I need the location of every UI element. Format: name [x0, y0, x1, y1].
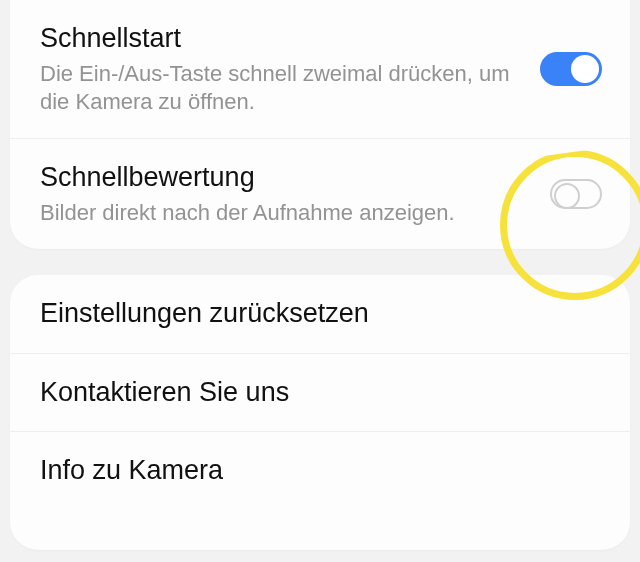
toggle-quick-review[interactable] [550, 179, 602, 209]
setting-row-reset[interactable]: Einstellungen zurücksetzen [10, 275, 630, 353]
setting-row-quick-launch[interactable]: Schnellstart Die Ein-/Aus-Taste schnell … [10, 0, 630, 138]
setting-text: Schnellstart Die Ein-/Aus-Taste schnell … [40, 22, 540, 116]
settings-group-camera-launch: Schnellstart Die Ein-/Aus-Taste schnell … [10, 0, 630, 249]
setting-subtitle: Bilder direkt nach der Aufnahme anzeigen… [40, 199, 534, 227]
setting-row-quick-review[interactable]: Schnellbewertung Bilder direkt nach der … [10, 138, 630, 249]
setting-row-contact-us[interactable]: Kontaktieren Sie uns [10, 353, 630, 432]
setting-title: Einstellungen zurücksetzen [40, 297, 369, 331]
setting-subtitle: Die Ein-/Aus-Taste schnell zweimal drück… [40, 60, 524, 116]
setting-title: Schnellstart [40, 22, 524, 56]
setting-title: Schnellbewertung [40, 161, 534, 195]
setting-text: Schnellbewertung Bilder direkt nach der … [40, 161, 550, 227]
setting-row-about-camera[interactable]: Info zu Kamera [10, 431, 630, 510]
setting-title: Kontaktieren Sie uns [40, 376, 289, 410]
settings-group-general: Einstellungen zurücksetzen Kontaktieren … [10, 275, 630, 550]
toggle-quick-launch[interactable] [540, 52, 602, 86]
setting-title: Info zu Kamera [40, 454, 223, 488]
